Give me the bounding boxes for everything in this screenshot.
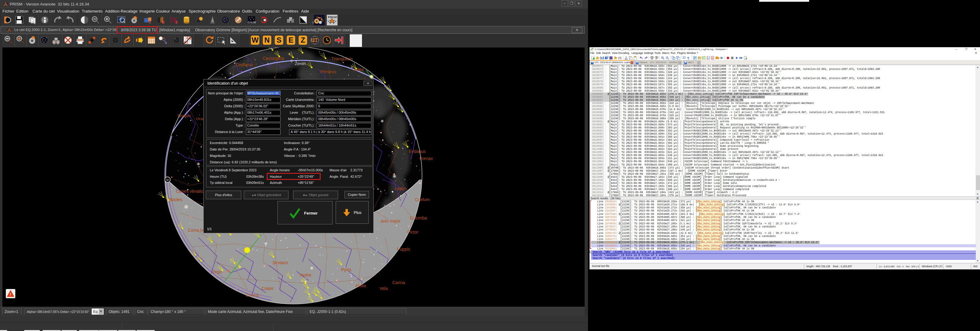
svg-text:Crater: Crater xyxy=(261,286,274,291)
svg-text:Aries: Aries xyxy=(354,67,364,72)
svg-text:Fornax: Fornax xyxy=(420,156,433,161)
svg-text:Virgo: Virgo xyxy=(212,269,222,274)
svg-text:Triangulum: Triangulum xyxy=(331,56,353,61)
svg-text:!: ! xyxy=(10,292,11,297)
svg-text:Columba: Columba xyxy=(410,216,427,221)
svg-text:anis major: anis major xyxy=(381,219,401,224)
svg-text:M: M xyxy=(166,178,169,181)
svg-text:FOCUS: FOCUS xyxy=(328,16,337,19)
svg-text:¶: ¶ xyxy=(687,56,689,60)
svg-text:Canes venatic: Canes venatic xyxy=(176,189,204,194)
svg-text:Corvus: Corvus xyxy=(246,293,259,297)
svg-text:Sextans: Sextans xyxy=(272,260,288,265)
svg-text:A: A xyxy=(712,57,713,59)
svg-text:Bootes: Bootes xyxy=(169,197,183,202)
svg-text:3: 3 xyxy=(175,20,177,24)
svg-text:Coma be: Coma be xyxy=(188,228,205,233)
svg-text:CALIB: CALIB xyxy=(248,21,256,24)
svg-text:Pyxis: Pyxis xyxy=(341,267,351,272)
svg-text:1: 1 xyxy=(149,19,151,24)
svg-text:Cepheus: Cepheus xyxy=(236,62,253,67)
svg-text:Lepus: Lepus xyxy=(395,186,406,191)
svg-text:Zenith: Zenith xyxy=(295,61,306,66)
svg-text:Caelum: Caelum xyxy=(415,197,430,202)
svg-text:Perseus: Perseus xyxy=(320,69,336,74)
svg-text:2: 2 xyxy=(162,20,164,24)
svg-text:Hydra: Hydra xyxy=(300,272,312,277)
svg-text:Eridanus: Eridanus xyxy=(409,149,426,154)
svg-text:Vela: Vela xyxy=(379,286,388,291)
svg-text:Cassiopeia: Cassiopeia xyxy=(263,56,284,61)
svg-text:UT: UT xyxy=(311,38,318,43)
svg-text:Carina: Carina xyxy=(392,280,405,285)
